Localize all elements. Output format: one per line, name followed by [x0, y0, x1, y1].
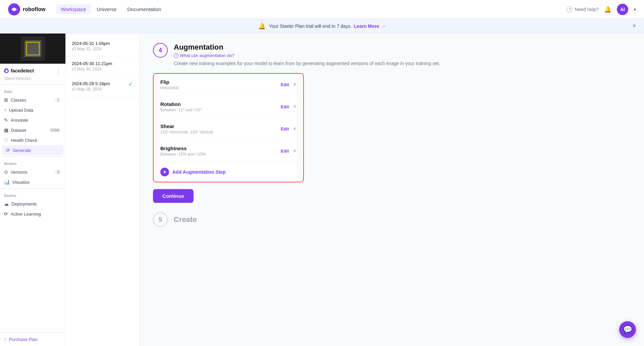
project-type: Object Detection: [0, 76, 65, 83]
version-3-date: 2024-05-28 5:18pm: [72, 81, 133, 86]
step4-header: 4 Augmentation ? What can augmentation d…: [153, 43, 631, 67]
project-thumbnail: [0, 34, 65, 64]
avatar[interactable]: AI: [617, 4, 628, 15]
aug-shear-desc: ±10° Horizontal, ±10° Vertical: [160, 130, 281, 134]
versions-icon: ⊙: [4, 169, 8, 175]
sidebar-item-health[interactable]: ♡ Health Check: [0, 135, 65, 145]
health-icon: ♡: [4, 137, 8, 143]
aug-flip-actions: Edit ×: [281, 81, 297, 88]
step4-description: Create new training examples for your mo…: [174, 60, 440, 67]
aug-shear-edit-button[interactable]: Edit: [281, 126, 289, 131]
project-options-icon[interactable]: ⋮: [55, 67, 61, 74]
version-3-label: v1 May 28, 2024: [72, 87, 133, 92]
continue-button[interactable]: Continue: [153, 189, 194, 203]
notification-bell-icon[interactable]: 🔔: [604, 6, 611, 13]
generate-icon: ⟳: [6, 148, 10, 153]
aug-flip-info: Flip Horizontal: [160, 79, 281, 90]
aug-rotation-title: Rotation: [160, 101, 281, 107]
aug-rotation-remove-button[interactable]: ×: [293, 103, 297, 110]
aug-rotation-actions: Edit ×: [281, 103, 297, 110]
chat-button[interactable]: 💬: [619, 321, 636, 338]
active-learning-label: Active Learning: [11, 212, 41, 217]
aug-brightness-info: Brightness Between -15% and +15%: [160, 146, 281, 157]
aug-rotation-row: Rotation Between -15° and +15° Edit ×: [154, 96, 303, 118]
step5-header: 5 Create: [153, 212, 631, 227]
purchase-plan-button[interactable]: ↑ Purchase Plan: [0, 333, 65, 346]
aug-brightness-row: Brightness Between -15% and +15% Edit ×: [154, 140, 303, 162]
aug-flip-title: Flip: [160, 79, 281, 85]
sidebar-item-versions[interactable]: ⊙ Versions 3: [0, 167, 65, 177]
step4-number: 4: [153, 43, 168, 58]
nav-documentation[interactable]: Documentation: [123, 4, 166, 14]
sidebar-item-active-learning[interactable]: ⟳ Active Learning: [0, 209, 65, 219]
aug-flip-edit-button[interactable]: Edit: [281, 82, 289, 87]
aug-shear-row: Shear ±10° Horizontal, ±10° Vertical Edi…: [154, 118, 303, 140]
sidebar-item-visualize[interactable]: 📊 Visualize: [0, 177, 65, 187]
version-item-1[interactable]: 2024-05-31 1:04pm v3 May 31, 2024: [66, 36, 139, 56]
layout: facedetect ⋮ Object Detection Data ⊞ Cla…: [0, 34, 644, 346]
avatar-caret-icon[interactable]: ▾: [634, 7, 636, 12]
purchase-label: Purchase Plan: [9, 337, 38, 342]
learn-more-link[interactable]: Learn More →: [354, 23, 386, 29]
project-dot-icon: [4, 68, 9, 73]
version-panel: 2024-05-31 1:04pm v3 May 31, 2024 2024-0…: [66, 34, 140, 346]
main-content: 4 Augmentation ? What can augmentation d…: [140, 34, 644, 346]
logo[interactable]: roboflow: [8, 3, 46, 15]
sidebar-item-deployments[interactable]: ☁ Deployments: [0, 199, 65, 209]
help-button[interactable]: ? Need help?: [567, 6, 599, 12]
version-check-icon: ✓: [128, 80, 133, 88]
sidebar-item-generate[interactable]: ⟳ Generate: [2, 145, 63, 155]
aug-flip-remove-button[interactable]: ×: [293, 81, 297, 88]
versions-label: Versions: [11, 170, 28, 175]
sidebar-item-dataset[interactable]: ▦ Dataset 5204: [0, 125, 65, 135]
upload-icon: ↑: [4, 107, 6, 113]
step4-title: Augmentation: [174, 43, 440, 52]
sidebar-item-annotate[interactable]: ✎ Annotate: [0, 115, 65, 125]
aug-shear-actions: Edit ×: [281, 125, 297, 132]
annotate-icon: ✎: [4, 117, 8, 123]
data-section-label: Data: [0, 86, 65, 95]
deployments-icon: ☁: [4, 201, 9, 207]
sidebar: facedetect ⋮ Object Detection Data ⊞ Cla…: [0, 34, 66, 346]
nav-universe[interactable]: Universe: [92, 4, 121, 14]
aug-rotation-edit-button[interactable]: Edit: [281, 104, 289, 109]
step4-help-link[interactable]: ? What can augmentation do?: [174, 53, 440, 58]
deployments-label: Deployments: [11, 201, 37, 207]
aug-flip-desc: Horizontal: [160, 85, 281, 90]
aug-flip-row: Flip Horizontal Edit ×: [154, 74, 303, 96]
version-item-2[interactable]: 2024-05-30 11:21pm v2 May 30, 2024: [66, 56, 139, 76]
models-section-label: Models: [0, 158, 65, 167]
augmentation-box: Flip Horizontal Edit × Rotation Between …: [153, 73, 304, 182]
nav-links: Workspace Universe Documentation: [56, 4, 166, 14]
aug-brightness-remove-button[interactable]: ×: [293, 148, 297, 155]
dataset-label: Dataset: [11, 128, 26, 133]
sidebar-bottom: ↑ Purchase Plan: [0, 332, 65, 346]
add-augmentation-step-button[interactable]: + Add Augmentation Step: [154, 162, 303, 182]
aug-brightness-edit-button[interactable]: Edit: [281, 149, 289, 154]
active-learning-icon: ⟳: [4, 211, 8, 217]
version-item-3[interactable]: ✓ 2024-05-28 5:18pm v1 May 28, 2024: [66, 76, 139, 97]
banner-bell-icon: 🔔: [258, 22, 266, 30]
banner-close-icon[interactable]: ×: [632, 22, 636, 30]
aug-rotation-info: Rotation Between -15° and +15°: [160, 101, 281, 112]
add-aug-plus-icon: +: [160, 168, 169, 176]
version-1-label: v3 May 31, 2024: [72, 47, 133, 51]
project-name: facedetect: [11, 68, 34, 73]
visualize-icon: 📊: [4, 179, 10, 185]
chat-icon: 💬: [623, 325, 632, 334]
dataset-badge: 5204: [49, 128, 61, 132]
help-label: Need help?: [575, 7, 599, 12]
logo-text: roboflow: [23, 6, 46, 12]
annotate-label: Annotate: [11, 118, 28, 123]
aug-brightness-title: Brightness: [160, 146, 281, 151]
aug-shear-info: Shear ±10° Horizontal, ±10° Vertical: [160, 123, 281, 134]
help-circle-icon: ?: [174, 53, 178, 58]
sidebar-item-classes[interactable]: ⊞ Classes 1: [0, 95, 65, 105]
svg-point-1: [13, 8, 15, 11]
aug-shear-remove-button[interactable]: ×: [293, 125, 297, 132]
version-1-date: 2024-05-31 1:04pm: [72, 41, 133, 46]
aug-shear-title: Shear: [160, 123, 281, 129]
nav-workspace[interactable]: Workspace: [56, 4, 91, 14]
project-info: facedetect ⋮: [0, 64, 65, 76]
sidebar-item-upload[interactable]: ↑ Upload Data: [0, 105, 65, 115]
